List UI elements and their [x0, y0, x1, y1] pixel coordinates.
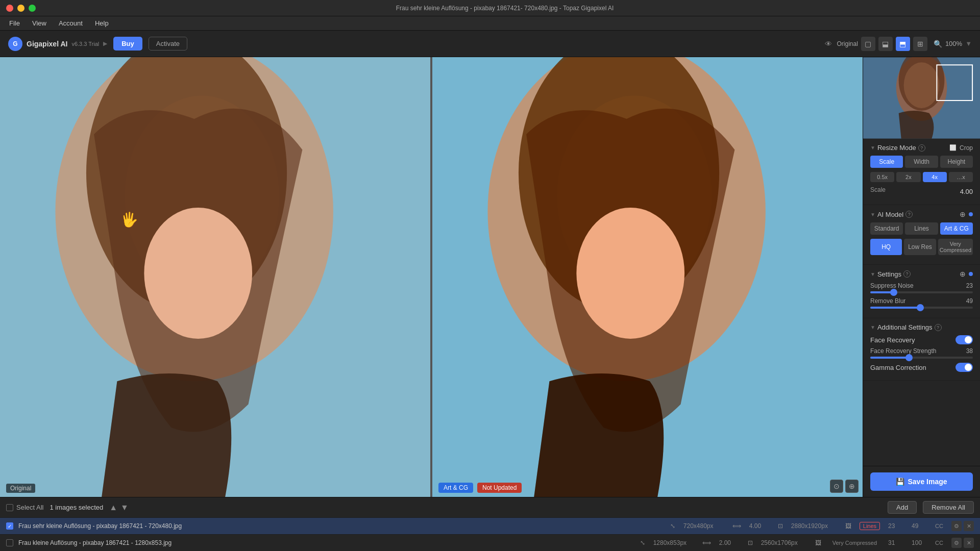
face-recovery-row: Face Recovery — [870, 335, 973, 344]
lowres-btn[interactable]: Low Res — [904, 239, 936, 255]
remove-blur-value: 49 — [966, 297, 973, 305]
save-button-area: 💾 Save Image — [863, 466, 980, 497]
file-delete-1[interactable]: ✕ — [964, 521, 974, 531]
settings-title: Settings — [877, 270, 901, 278]
add-button[interactable]: Add — [888, 501, 917, 514]
ai-model-header[interactable]: ▼ AI Model ? ⊕ — [870, 210, 973, 218]
scale-btn[interactable]: Scale — [870, 156, 903, 168]
table-row[interactable]: ✓ Frau sehr kleine Auflösung - pixabay 1… — [0, 518, 980, 535]
zoom-dropdown-icon[interactable]: ▼ — [965, 40, 972, 47]
menu-account[interactable]: Account — [54, 18, 88, 28]
file-name-1: Frau sehr kleine Auflösung - pixabay 186… — [18, 522, 665, 530]
canvas-right[interactable]: Art & CG Not Updated ⊙ ⊕ — [432, 57, 863, 497]
menu-help[interactable]: Help — [90, 18, 114, 28]
resize-collapse-icon: ▼ — [870, 145, 875, 151]
file-checkbox-1[interactable]: ✓ — [6, 522, 13, 530]
face-strength-thumb[interactable] — [905, 354, 913, 361]
logo-area: G Gigapixel AI v6.3.3 Trial ▶ — [8, 37, 107, 51]
ai-model-help[interactable]: ? — [905, 211, 913, 218]
scale-ellipsis-btn[interactable]: …x — [949, 172, 973, 182]
height-btn[interactable]: Height — [940, 156, 973, 168]
standard-btn[interactable]: Standard — [870, 222, 903, 235]
resize-mode-help[interactable]: ? — [918, 144, 925, 152]
save-button[interactable]: 💾 Save Image — [870, 472, 973, 491]
file-settings-1[interactable]: ⚙ — [951, 521, 962, 531]
min-btn[interactable] — [17, 5, 24, 12]
ai-add-icon[interactable]: ⊕ — [960, 210, 966, 218]
output-icon-2: ⊡ — [748, 539, 753, 546]
remove-blur-fill — [870, 307, 920, 309]
remove-all-button[interactable]: Remove All — [923, 501, 974, 514]
file-icons-2: ⚙ ✕ — [951, 538, 974, 548]
face-strength-track[interactable] — [870, 357, 973, 359]
scale-preset-buttons: 0.5x 2x 4x …x — [870, 172, 973, 182]
canvas-area[interactable]: 🖐 Original — [0, 57, 863, 497]
file-name-2: Frau kleine Auflösung - pixabay 1867421 … — [18, 539, 635, 546]
scale-2x-btn[interactable]: 2x — [896, 172, 920, 182]
remove-blur-thumb[interactable] — [917, 304, 924, 311]
lines-btn[interactable]: Lines — [905, 222, 938, 235]
settings-add-icon[interactable]: ⊕ — [960, 270, 966, 278]
settings-collapse-icon: ▼ — [870, 271, 875, 277]
crop-icon[interactable]: ⬜ — [949, 144, 957, 151]
face-recovery-toggle[interactable] — [955, 335, 973, 344]
additional-settings-section: ▼ Additional Settings ? Face Recovery Fa… — [863, 318, 980, 381]
artcg-btn[interactable]: Art & CG — [940, 222, 973, 235]
settings-header[interactable]: ▼ Settings ? ⊕ — [870, 270, 973, 278]
file-model-2: Very Compressed — [829, 539, 880, 546]
max-btn[interactable] — [29, 5, 36, 12]
select-all-row[interactable]: Select All — [6, 504, 43, 511]
noise-val-2: 31 — [888, 539, 903, 546]
status-badge: Not Updated — [477, 483, 522, 493]
close-btn[interactable] — [6, 5, 13, 12]
original-image — [0, 57, 430, 497]
gamma-correction-toggle[interactable] — [955, 363, 973, 372]
save-label: Save Image — [908, 478, 947, 486]
very-compressed-btn[interactable]: Very Compressed — [938, 239, 973, 255]
view-controls: 👁 Original ▢ ⬓ ⬒ ⊞ — [825, 37, 927, 51]
file-settings-2[interactable]: ⚙ — [951, 538, 962, 548]
menu-file[interactable]: File — [4, 18, 25, 28]
sort-up-icon[interactable]: ▲ — [109, 503, 117, 512]
toolbar: G Gigapixel AI v6.3.3 Trial ▶ Buy Activa… — [0, 31, 980, 57]
table-row[interactable]: Frau kleine Auflösung - pixabay 1867421 … — [0, 535, 980, 551]
file-meta-1: ⤡ 720x480px ⟺ 4.00 ⊡ 2880x1920px 🖼 Lines… — [670, 521, 974, 531]
settings-icon[interactable]: ⊕ — [845, 480, 859, 493]
eye-icon: 👁 — [825, 40, 832, 48]
file-checkbox-2[interactable] — [6, 539, 13, 546]
view-split-h-btn[interactable]: ⬒ — [896, 37, 910, 51]
additional-settings-header[interactable]: ▼ Additional Settings ? — [870, 323, 973, 331]
compare-icon[interactable]: ⊙ — [830, 480, 843, 493]
activate-button[interactable]: Activate — [149, 37, 187, 51]
canvas-divider[interactable] — [430, 57, 432, 497]
suppress-noise-value: 23 — [966, 282, 973, 289]
remove-blur-track[interactable] — [870, 307, 973, 309]
ai-model-buttons: Standard Lines Art & CG — [870, 222, 973, 235]
view-single-btn[interactable]: ▢ — [861, 37, 875, 51]
view-grid-btn[interactable]: ⊞ — [913, 37, 927, 51]
file-output-1: 2880x1920px — [791, 522, 837, 530]
canvas-left[interactable]: 🖐 Original — [0, 57, 430, 497]
suppress-noise-thumb[interactable] — [890, 289, 897, 296]
suppress-noise-track[interactable] — [870, 291, 973, 293]
crop-label[interactable]: Crop — [960, 144, 973, 152]
file-delete-2[interactable]: ✕ — [964, 538, 974, 548]
settings-help[interactable]: ? — [903, 270, 911, 278]
canvas-left-label: Original — [6, 484, 35, 493]
face-recovery-strength-label: Face Recovery Strength — [870, 347, 936, 355]
width-btn[interactable]: Width — [905, 156, 938, 168]
hq-btn[interactable]: HQ — [870, 239, 902, 255]
menu-view[interactable]: View — [27, 18, 52, 28]
view-split-v-btn[interactable]: ⬓ — [878, 37, 893, 51]
buy-button[interactable]: Buy — [113, 37, 142, 51]
resize-mode-header[interactable]: ▼ Resize Mode ? ⬜ Crop — [870, 144, 973, 152]
thumbnail-area — [863, 57, 980, 139]
scale-4x-btn[interactable]: 4x — [923, 172, 947, 182]
file-list: ✓ Frau sehr kleine Auflösung - pixabay 1… — [0, 518, 980, 551]
sort-down-icon[interactable]: ▼ — [120, 503, 129, 512]
cc-label-1: CC — [935, 523, 943, 529]
select-all-checkbox[interactable] — [6, 504, 13, 511]
additional-settings-help[interactable]: ? — [935, 324, 942, 331]
scale-05x-btn[interactable]: 0.5x — [870, 172, 894, 182]
thumbnail-image — [863, 57, 980, 139]
